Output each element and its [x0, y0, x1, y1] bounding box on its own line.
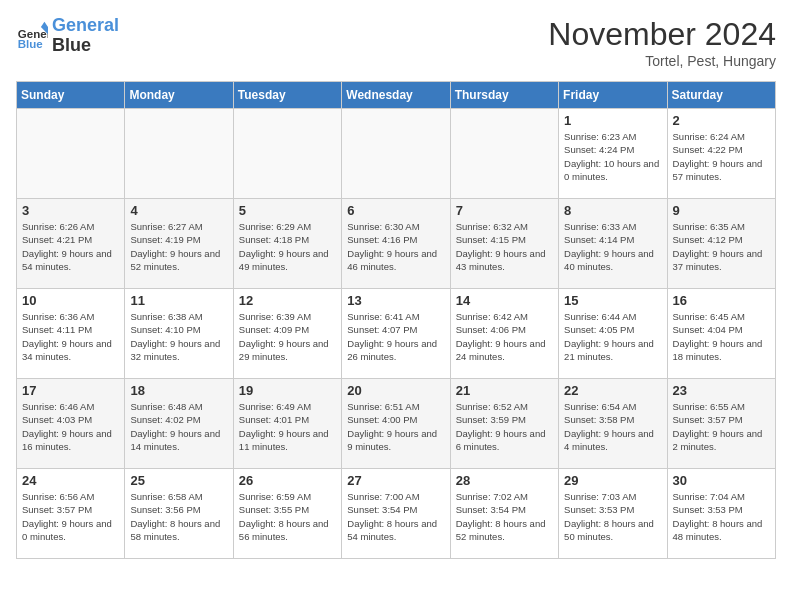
calendar-cell: 3Sunrise: 6:26 AM Sunset: 4:21 PM Daylig…	[17, 199, 125, 289]
day-info: Sunrise: 6:33 AM Sunset: 4:14 PM Dayligh…	[564, 220, 661, 273]
weekday-header-friday: Friday	[559, 82, 667, 109]
calendar-cell	[125, 109, 233, 199]
day-info: Sunrise: 6:23 AM Sunset: 4:24 PM Dayligh…	[564, 130, 661, 183]
calendar-week-2: 3Sunrise: 6:26 AM Sunset: 4:21 PM Daylig…	[17, 199, 776, 289]
day-number: 22	[564, 383, 661, 398]
day-info: Sunrise: 6:42 AM Sunset: 4:06 PM Dayligh…	[456, 310, 553, 363]
location: Tortel, Pest, Hungary	[548, 53, 776, 69]
day-number: 8	[564, 203, 661, 218]
calendar-cell: 30Sunrise: 7:04 AM Sunset: 3:53 PM Dayli…	[667, 469, 775, 559]
day-number: 4	[130, 203, 227, 218]
day-info: Sunrise: 6:58 AM Sunset: 3:56 PM Dayligh…	[130, 490, 227, 543]
day-number: 1	[564, 113, 661, 128]
svg-marker-2	[41, 22, 48, 27]
day-number: 5	[239, 203, 336, 218]
day-number: 20	[347, 383, 444, 398]
logo: General Blue GeneralBlue	[16, 16, 119, 56]
calendar-cell: 16Sunrise: 6:45 AM Sunset: 4:04 PM Dayli…	[667, 289, 775, 379]
calendar-cell: 21Sunrise: 6:52 AM Sunset: 3:59 PM Dayli…	[450, 379, 558, 469]
day-number: 24	[22, 473, 119, 488]
day-number: 21	[456, 383, 553, 398]
calendar-cell: 10Sunrise: 6:36 AM Sunset: 4:11 PM Dayli…	[17, 289, 125, 379]
calendar-cell	[233, 109, 341, 199]
day-number: 12	[239, 293, 336, 308]
calendar-cell: 4Sunrise: 6:27 AM Sunset: 4:19 PM Daylig…	[125, 199, 233, 289]
day-info: Sunrise: 6:26 AM Sunset: 4:21 PM Dayligh…	[22, 220, 119, 273]
day-number: 29	[564, 473, 661, 488]
day-number: 25	[130, 473, 227, 488]
calendar-cell: 7Sunrise: 6:32 AM Sunset: 4:15 PM Daylig…	[450, 199, 558, 289]
calendar-week-1: 1Sunrise: 6:23 AM Sunset: 4:24 PM Daylig…	[17, 109, 776, 199]
day-info: Sunrise: 6:56 AM Sunset: 3:57 PM Dayligh…	[22, 490, 119, 543]
calendar-cell: 26Sunrise: 6:59 AM Sunset: 3:55 PM Dayli…	[233, 469, 341, 559]
calendar-cell: 8Sunrise: 6:33 AM Sunset: 4:14 PM Daylig…	[559, 199, 667, 289]
weekday-header-sunday: Sunday	[17, 82, 125, 109]
day-number: 18	[130, 383, 227, 398]
calendar-cell: 14Sunrise: 6:42 AM Sunset: 4:06 PM Dayli…	[450, 289, 558, 379]
day-number: 14	[456, 293, 553, 308]
calendar-week-5: 24Sunrise: 6:56 AM Sunset: 3:57 PM Dayli…	[17, 469, 776, 559]
day-info: Sunrise: 6:52 AM Sunset: 3:59 PM Dayligh…	[456, 400, 553, 453]
calendar-cell: 27Sunrise: 7:00 AM Sunset: 3:54 PM Dayli…	[342, 469, 450, 559]
calendar-cell: 15Sunrise: 6:44 AM Sunset: 4:05 PM Dayli…	[559, 289, 667, 379]
logo-text: GeneralBlue	[52, 16, 119, 56]
weekday-header-wednesday: Wednesday	[342, 82, 450, 109]
day-info: Sunrise: 6:41 AM Sunset: 4:07 PM Dayligh…	[347, 310, 444, 363]
calendar-cell: 25Sunrise: 6:58 AM Sunset: 3:56 PM Dayli…	[125, 469, 233, 559]
calendar-cell: 20Sunrise: 6:51 AM Sunset: 4:00 PM Dayli…	[342, 379, 450, 469]
day-info: Sunrise: 6:48 AM Sunset: 4:02 PM Dayligh…	[130, 400, 227, 453]
weekday-header-thursday: Thursday	[450, 82, 558, 109]
calendar-cell: 23Sunrise: 6:55 AM Sunset: 3:57 PM Dayli…	[667, 379, 775, 469]
calendar-cell: 6Sunrise: 6:30 AM Sunset: 4:16 PM Daylig…	[342, 199, 450, 289]
day-info: Sunrise: 6:51 AM Sunset: 4:00 PM Dayligh…	[347, 400, 444, 453]
day-info: Sunrise: 6:55 AM Sunset: 3:57 PM Dayligh…	[673, 400, 770, 453]
calendar-cell: 1Sunrise: 6:23 AM Sunset: 4:24 PM Daylig…	[559, 109, 667, 199]
day-info: Sunrise: 6:44 AM Sunset: 4:05 PM Dayligh…	[564, 310, 661, 363]
day-info: Sunrise: 6:35 AM Sunset: 4:12 PM Dayligh…	[673, 220, 770, 273]
calendar-cell: 17Sunrise: 6:46 AM Sunset: 4:03 PM Dayli…	[17, 379, 125, 469]
day-info: Sunrise: 6:29 AM Sunset: 4:18 PM Dayligh…	[239, 220, 336, 273]
day-number: 6	[347, 203, 444, 218]
day-number: 16	[673, 293, 770, 308]
calendar-cell: 2Sunrise: 6:24 AM Sunset: 4:22 PM Daylig…	[667, 109, 775, 199]
calendar-cell	[342, 109, 450, 199]
calendar-cell: 9Sunrise: 6:35 AM Sunset: 4:12 PM Daylig…	[667, 199, 775, 289]
day-number: 2	[673, 113, 770, 128]
day-number: 26	[239, 473, 336, 488]
calendar-cell: 29Sunrise: 7:03 AM Sunset: 3:53 PM Dayli…	[559, 469, 667, 559]
day-info: Sunrise: 7:04 AM Sunset: 3:53 PM Dayligh…	[673, 490, 770, 543]
day-number: 3	[22, 203, 119, 218]
calendar-cell: 19Sunrise: 6:49 AM Sunset: 4:01 PM Dayli…	[233, 379, 341, 469]
day-info: Sunrise: 6:24 AM Sunset: 4:22 PM Dayligh…	[673, 130, 770, 183]
calendar-cell: 5Sunrise: 6:29 AM Sunset: 4:18 PM Daylig…	[233, 199, 341, 289]
month-title: November 2024	[548, 16, 776, 53]
calendar-cell: 18Sunrise: 6:48 AM Sunset: 4:02 PM Dayli…	[125, 379, 233, 469]
calendar-cell: 24Sunrise: 6:56 AM Sunset: 3:57 PM Dayli…	[17, 469, 125, 559]
day-info: Sunrise: 6:30 AM Sunset: 4:16 PM Dayligh…	[347, 220, 444, 273]
weekday-header-monday: Monday	[125, 82, 233, 109]
day-info: Sunrise: 6:54 AM Sunset: 3:58 PM Dayligh…	[564, 400, 661, 453]
day-number: 23	[673, 383, 770, 398]
day-info: Sunrise: 6:36 AM Sunset: 4:11 PM Dayligh…	[22, 310, 119, 363]
day-info: Sunrise: 7:03 AM Sunset: 3:53 PM Dayligh…	[564, 490, 661, 543]
logo-icon: General Blue	[16, 20, 48, 52]
day-info: Sunrise: 6:39 AM Sunset: 4:09 PM Dayligh…	[239, 310, 336, 363]
day-info: Sunrise: 6:38 AM Sunset: 4:10 PM Dayligh…	[130, 310, 227, 363]
calendar-week-4: 17Sunrise: 6:46 AM Sunset: 4:03 PM Dayli…	[17, 379, 776, 469]
calendar-cell	[17, 109, 125, 199]
day-number: 11	[130, 293, 227, 308]
day-number: 13	[347, 293, 444, 308]
weekday-header-saturday: Saturday	[667, 82, 775, 109]
calendar-week-3: 10Sunrise: 6:36 AM Sunset: 4:11 PM Dayli…	[17, 289, 776, 379]
day-number: 7	[456, 203, 553, 218]
day-number: 15	[564, 293, 661, 308]
day-number: 10	[22, 293, 119, 308]
page-header: General Blue GeneralBlue November 2024 T…	[16, 16, 776, 69]
day-info: Sunrise: 6:49 AM Sunset: 4:01 PM Dayligh…	[239, 400, 336, 453]
day-number: 28	[456, 473, 553, 488]
calendar-table: SundayMondayTuesdayWednesdayThursdayFrid…	[16, 81, 776, 559]
day-info: Sunrise: 7:00 AM Sunset: 3:54 PM Dayligh…	[347, 490, 444, 543]
day-number: 30	[673, 473, 770, 488]
day-info: Sunrise: 6:46 AM Sunset: 4:03 PM Dayligh…	[22, 400, 119, 453]
svg-text:Blue: Blue	[18, 38, 44, 50]
